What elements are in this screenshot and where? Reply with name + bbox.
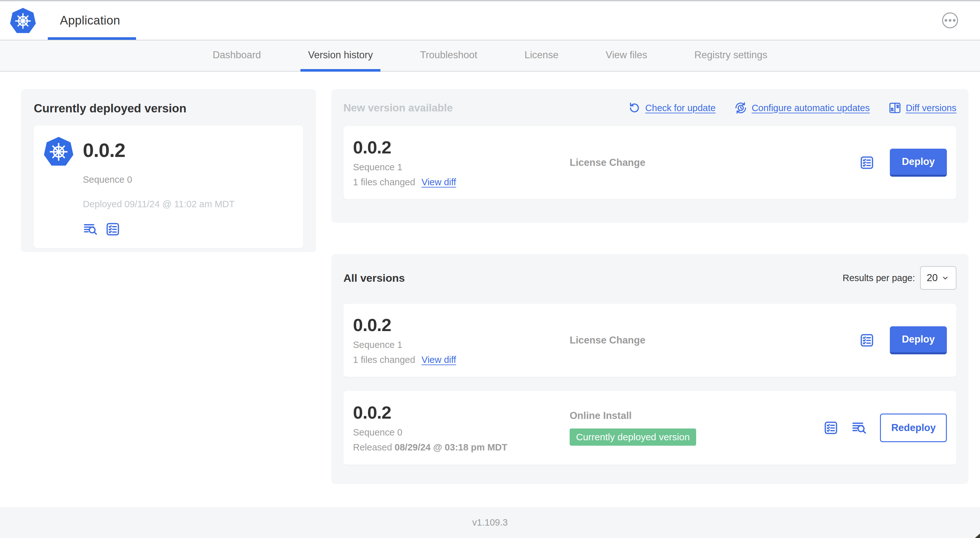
sequence-label: Sequence 0 xyxy=(353,427,570,438)
tab-license[interactable]: License xyxy=(517,41,566,71)
current-version-label: 0.0.2 xyxy=(83,135,235,165)
currently-deployed-title: Currently deployed version xyxy=(34,102,303,115)
results-per-page-select[interactable]: 20 xyxy=(920,266,956,290)
view-diff-link[interactable]: View diff xyxy=(422,355,456,365)
change-type-label: Online Install xyxy=(570,410,823,422)
tab-view-files[interactable]: View files xyxy=(598,41,655,71)
tab-dashboard[interactable]: Dashboard xyxy=(205,41,269,71)
files-changed-label: 1 files changed xyxy=(353,355,415,365)
diff-versions-label: Diff versions xyxy=(906,103,956,113)
released-prefix: Released xyxy=(353,442,392,453)
version-label: 0.0.2 xyxy=(353,316,570,335)
configure-automatic-updates-label: Configure automatic updates xyxy=(752,103,870,113)
view-diff-link[interactable]: View diff xyxy=(422,177,456,187)
files-changed-label: 1 files changed xyxy=(353,177,415,187)
diff-icon xyxy=(888,101,902,114)
current-deployed-timestamp: Deployed 09/11/24 @ 11:02 am MDT xyxy=(83,199,235,209)
preflight-checks-icon[interactable] xyxy=(859,333,875,348)
diff-versions-link[interactable]: Diff versions xyxy=(888,101,956,114)
console-version-label: v1.109.3 xyxy=(472,517,508,528)
change-type-label: License Change xyxy=(570,335,859,346)
tab-registry-settings[interactable]: Registry settings xyxy=(687,41,775,71)
sequence-label: Sequence 1 xyxy=(353,162,570,173)
deploy-logs-icon[interactable] xyxy=(83,222,98,237)
all-versions-title: All versions xyxy=(344,272,405,284)
app-footer: v1.109.3 xyxy=(0,507,980,538)
app-title-tab[interactable]: Application xyxy=(60,1,120,40)
current-sequence-label: Sequence 0 xyxy=(83,175,235,185)
kubernetes-logo-icon xyxy=(10,7,36,34)
sequence-label: Sequence 1 xyxy=(353,340,570,350)
app-header: Application xyxy=(0,1,980,40)
configure-automatic-updates-link[interactable]: Configure automatic updates xyxy=(734,101,870,114)
version-label: 0.0.2 xyxy=(353,138,570,157)
new-version-card: 0.0.2 Sequence 1 1 files changed View di… xyxy=(344,126,956,199)
ellipsis-icon xyxy=(945,19,947,22)
version-label: 0.0.2 xyxy=(353,403,570,422)
deploy-logs-icon[interactable] xyxy=(851,420,867,436)
tab-version-history[interactable]: Version history xyxy=(301,41,380,71)
chevron-down-icon xyxy=(941,273,950,282)
app-title-active-underline xyxy=(48,37,136,40)
kots-admin-screen: Application Dashboard Version history Tr… xyxy=(0,0,980,538)
check-for-update-label: Check for update xyxy=(645,103,716,113)
window-top-edge xyxy=(0,0,980,1)
results-per-page-value: 20 xyxy=(927,272,938,284)
tab-troubleshoot[interactable]: Troubleshoot xyxy=(412,41,485,71)
change-type-label: License Change xyxy=(570,157,859,168)
results-per-page-label: Results per page: xyxy=(843,273,915,283)
deploy-button[interactable]: Deploy xyxy=(890,326,947,354)
preflight-checks-icon[interactable] xyxy=(859,155,875,170)
refresh-icon xyxy=(628,101,641,114)
preflight-checks-icon[interactable] xyxy=(105,222,121,237)
redeploy-button[interactable]: Redeploy xyxy=(880,414,947,442)
overflow-menu-button[interactable] xyxy=(942,13,958,29)
currently-deployed-badge: Currently deployed version xyxy=(570,428,696,446)
preflight-checks-icon[interactable] xyxy=(823,420,838,435)
app-title-label: Application xyxy=(60,14,120,27)
released-timestamp: 08/29/24 @ 03:18 pm MDT xyxy=(395,442,508,453)
all-versions-panel: All versions Results per page: 20 0.0.2 … xyxy=(331,254,969,484)
deploy-button[interactable]: Deploy xyxy=(890,149,947,177)
new-version-panel: New version available Check for update C… xyxy=(331,89,969,223)
version-row: 0.0.2 Sequence 0 Released 08/29/24 @ 03:… xyxy=(344,391,956,465)
app-icon xyxy=(43,136,74,167)
currently-deployed-panel: Currently deployed version 0.0.2 Sequenc… xyxy=(21,89,316,252)
new-version-title: New version available xyxy=(344,102,453,114)
currently-deployed-card: 0.0.2 Sequence 0 Deployed 09/11/24 @ 11:… xyxy=(34,125,303,248)
auto-update-clock-icon xyxy=(734,101,748,114)
version-row: 0.0.2 Sequence 1 1 files changed View di… xyxy=(344,304,956,377)
app-subnav: Dashboard Version history Troubleshoot L… xyxy=(0,41,980,71)
check-for-update-link[interactable]: Check for update xyxy=(628,101,716,114)
screen-corner-artifact xyxy=(975,533,980,538)
